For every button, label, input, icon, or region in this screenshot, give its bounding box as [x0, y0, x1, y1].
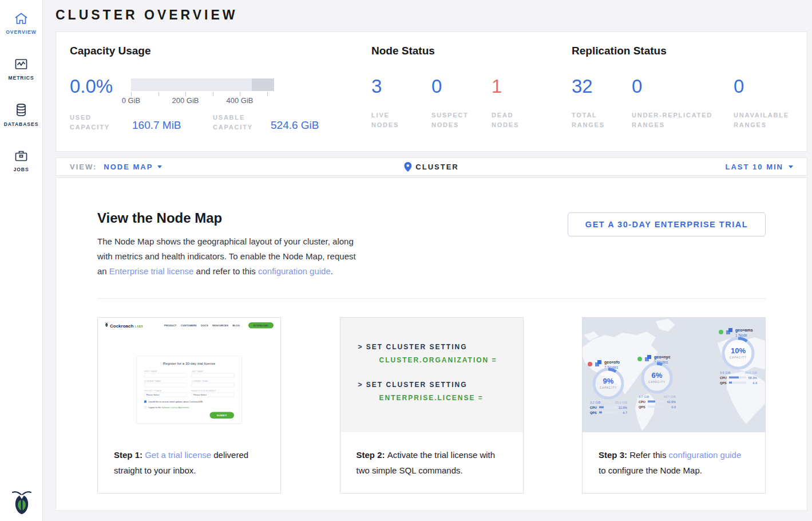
svg-text:42.5%: 42.5%: [667, 400, 676, 404]
dead-nodes-value: 1: [492, 76, 552, 97]
node-map-description: The Node Map shows the geographical layo…: [97, 234, 363, 279]
view-selected-value: NODE MAP: [104, 163, 153, 171]
live-nodes-stat: 3 LIVENODES: [371, 76, 431, 130]
unavailable-ranges-value: 0: [734, 76, 794, 97]
svg-text:9%: 9%: [603, 377, 614, 385]
svg-text:CAPACITY: CAPACITY: [600, 386, 617, 389]
enterprise-trial-button[interactable]: GET A 30-DAY ENTERPRISE TRIAL: [568, 212, 766, 236]
time-range-dropdown[interactable]: LAST 10 MIN: [726, 163, 793, 171]
svg-text:58.3%: 58.3%: [748, 376, 757, 380]
sql-command: > SET CLUSTER SETTING: [358, 343, 523, 351]
nav-item: DOCS: [201, 324, 208, 327]
company-email-field: [192, 383, 235, 388]
usable-capacity-label: USABLE CAPACITY: [213, 113, 271, 132]
svg-text:geo=nyc: geo=nyc: [654, 355, 671, 360]
svg-text:geo=sfo: geo=sfo: [604, 360, 620, 365]
axis-label: 0 GiB: [122, 96, 141, 105]
node-map-panel: View the Node Map The Node Map shows the…: [56, 177, 807, 511]
svg-text:1 Node: 1 Node: [735, 333, 747, 337]
nav-item: CUSTOMERS: [181, 324, 197, 327]
capacity-axis-labels: 0 GiB 200 GiB 400 GiB: [131, 96, 274, 105]
node-status-title: Node Status: [371, 45, 572, 57]
live-nodes-value: 3: [371, 76, 431, 97]
step-3-card: geo=sfo 2 Nodes 9% CAPACITY 3.2 GiB 35.1…: [582, 317, 766, 494]
capacity-bar: [131, 78, 274, 91]
configuration-guide-link[interactable]: configuration guide: [258, 266, 331, 276]
last-name-field: [192, 373, 235, 378]
svg-text:QPS: QPS: [720, 381, 727, 385]
capacity-usage-title: Capacity Usage: [70, 45, 371, 57]
sidebar-item-overview[interactable]: OVERVIEW: [0, 0, 42, 46]
node-map-heading: View the Node Map: [97, 210, 363, 226]
metrics-icon: [14, 57, 29, 71]
agree-checkbox: [144, 406, 146, 408]
svg-text:CAPACITY: CAPACITY: [730, 356, 747, 359]
view-label: VIEW:: [70, 163, 97, 171]
svg-text:QPS: QPS: [590, 411, 597, 415]
total-ranges-stat: 32 TOTALRANGES: [572, 76, 632, 130]
configuration-guide-link[interactable]: configuration guide: [669, 450, 742, 460]
svg-text:geo=ams: geo=ams: [735, 328, 753, 333]
updates-checkbox: [144, 400, 146, 402]
chevron-down-icon: [789, 165, 793, 168]
sidebar-item-databases[interactable]: DATABASES: [0, 92, 42, 137]
view-toolbar: VIEW: NODE MAP CLUSTER LAST 10 MIN: [56, 157, 807, 176]
sidebar-item-jobs[interactable]: JOBS: [0, 137, 42, 183]
under-replicated-value: 0: [632, 76, 734, 97]
sidebar-item-label: OVERVIEW: [6, 29, 37, 35]
nav-item: PRODUCT: [164, 324, 177, 327]
project-phase-select: Please Select: [144, 393, 187, 397]
main-content: CLUSTER OVERVIEW Capacity Usage 0.0%: [43, 0, 812, 521]
svg-text:36.6 GiB: 36.6 GiB: [745, 371, 758, 374]
replication-status-title: Replication Status: [572, 45, 807, 57]
step-1-card: Cockroach LABS PRODUCT CUSTOMERS DOCS RE…: [97, 317, 281, 494]
capacity-axis-ticks: [131, 91, 274, 96]
reason-select: Please Select: [192, 393, 235, 397]
cluster-overview-screen: OVERVIEW METRICS DATABASES JOBS: [0, 0, 812, 521]
trial-steps-row: Cockroach LABS PRODUCT CUSTOMERS DOCS RE…: [97, 317, 766, 494]
get-trial-license-link[interactable]: Get a trial license: [145, 450, 211, 460]
enterprise-trial-license-link[interactable]: Enterprise trial license: [109, 266, 194, 276]
time-range-value: LAST 10 MIN: [726, 163, 783, 171]
svg-text:CPU: CPU: [720, 376, 727, 380]
under-replicated-ranges-stat: 0 UNDER-REPLICATEDRANGES: [632, 76, 734, 130]
svg-text:4.7: 4.7: [623, 411, 627, 415]
first-name-field: [144, 373, 187, 378]
svg-text:0.0: 0.0: [671, 405, 676, 409]
briefcase-icon: [14, 149, 29, 163]
breadcrumb-cluster: CLUSTER: [404, 162, 458, 172]
svg-text:3.2 GiB: 3.2 GiB: [590, 401, 601, 404]
view-selector-dropdown[interactable]: VIEW: NODE MAP: [70, 163, 162, 171]
form-title: Register for a 30-day trial license: [144, 362, 234, 366]
download-button: DOWNLOAD: [248, 322, 274, 329]
step-1-screenshot: Cockroach LABS PRODUCT CUSTOMERS DOCS RE…: [98, 318, 280, 432]
chevron-down-icon: [157, 165, 162, 168]
sidebar-item-metrics[interactable]: METRICS: [0, 46, 42, 92]
step-2-card: > SET CLUSTER SETTING CLUSTER.ORGANIZATI…: [340, 317, 524, 494]
database-icon: [14, 102, 29, 117]
nav-item: BLOG: [232, 324, 240, 327]
svg-text:43.7 GiB: 43.7 GiB: [664, 395, 676, 398]
step-2-caption: Step 2: Activate the trial license with …: [340, 432, 523, 478]
section-divider: [97, 298, 766, 299]
dead-nodes-stat: 1 DEADNODES: [492, 76, 552, 130]
capacity-bar-chart: 0 GiB 200 GiB 400 GiB: [131, 76, 274, 105]
replication-status-section: Replication Status 32 TOTALRANGES 0 UNDE…: [572, 45, 807, 151]
nav-item: RESOURCES: [212, 324, 228, 327]
usable-capacity-value: 524.6 GiB: [271, 119, 319, 132]
axis-label: 400 GiB: [227, 96, 253, 105]
step-3-caption: Step 3: Refer this configuration guide t…: [583, 432, 765, 478]
page-title: CLUSTER OVERVIEW: [56, 7, 807, 23]
svg-text:35.1 GiB: 35.1 GiB: [615, 401, 628, 404]
sql-setting: ENTERPRISE.LICENSE =: [379, 394, 523, 402]
svg-text:CPU: CPU: [639, 400, 645, 404]
unavailable-ranges-stat: 0 UNAVAILABLERANGES: [734, 76, 794, 130]
license-agreement-link: Software License Agreement.: [161, 406, 189, 409]
cockroachdb-logo: [0, 490, 43, 516]
node-map-preview: geo=sfo 2 Nodes 9% CAPACITY 3.2 GiB 35.1…: [583, 318, 765, 432]
svg-text:CPU: CPU: [590, 406, 597, 409]
axis-label: 200 GiB: [172, 96, 199, 105]
svg-text:QPS: QPS: [639, 405, 645, 409]
sql-command: > SET CLUSTER SETTING: [358, 381, 523, 389]
svg-text:3.7 GiB: 3.7 GiB: [639, 395, 649, 398]
